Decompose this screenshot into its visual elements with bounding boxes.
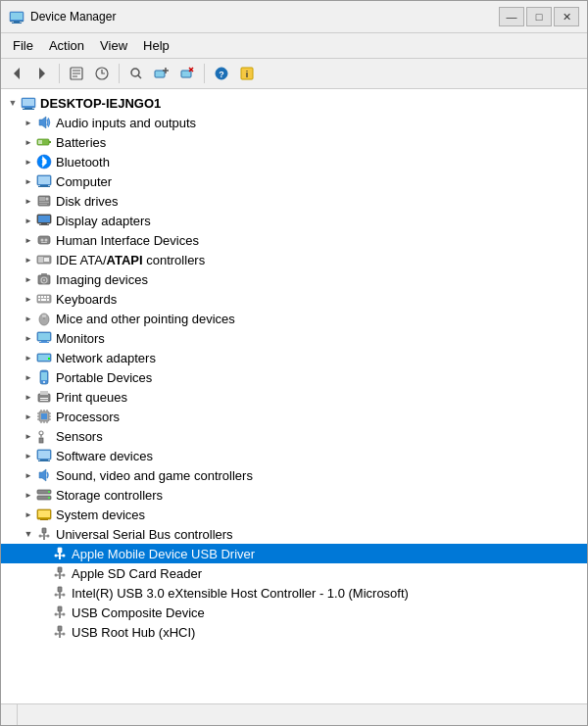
- icon-usb-apple-mobile: [52, 546, 68, 561]
- label-monitors: Monitors: [56, 331, 105, 346]
- tree-item-print[interactable]: ►Print queues: [1, 387, 587, 407]
- expander-sound[interactable]: ►: [21, 467, 36, 483]
- expander-portable[interactable]: ►: [21, 369, 36, 385]
- menu-help[interactable]: Help: [135, 35, 177, 56]
- svg-text:?: ?: [219, 70, 224, 79]
- tree-item-storage[interactable]: ►Storage controllers: [1, 485, 587, 505]
- label-mice: Mice and other pointing devices: [56, 312, 235, 326]
- expander-audio[interactable]: ►: [21, 115, 36, 130]
- uninstall-button[interactable]: [175, 62, 199, 85]
- expander-disk[interactable]: ►: [21, 193, 36, 209]
- svg-rect-38: [39, 197, 45, 201]
- scan-button[interactable]: [124, 62, 148, 85]
- expander-batteries[interactable]: ►: [21, 134, 36, 150]
- tree-item-display[interactable]: ►Display adapters: [1, 211, 587, 230]
- svg-rect-100: [38, 451, 50, 459]
- expander-usb-apple-mobile[interactable]: [36, 546, 52, 561]
- tree-item-mice[interactable]: ►Mice and other pointing devices: [1, 309, 587, 328]
- properties2-button[interactable]: i: [235, 62, 259, 85]
- tree-item-portable[interactable]: ►Portable Devices: [1, 367, 587, 387]
- menu-action[interactable]: Action: [41, 35, 92, 56]
- expander-hid[interactable]: ►: [21, 232, 36, 248]
- tree-item-sensors[interactable]: ►Sensors: [1, 426, 587, 446]
- label-usb-composite: USB Composite Device: [72, 605, 205, 620]
- expander-display[interactable]: ►: [21, 213, 36, 228]
- tree-item-usb-composite[interactable]: USB Composite Device: [1, 603, 587, 622]
- tree-item-bluetooth[interactable]: ►Bluetooth: [1, 152, 587, 171]
- svg-rect-52: [44, 258, 49, 262]
- icon-processors: [36, 409, 52, 424]
- tree-item-keyboards[interactable]: ►Keyboards: [1, 289, 587, 309]
- expander-usb-apple-sd[interactable]: [36, 565, 52, 581]
- expander-usb-intel[interactable]: [36, 585, 52, 601]
- expander-sensors[interactable]: ►: [21, 428, 36, 444]
- icon-network: [36, 350, 52, 365]
- add-hardware-button[interactable]: [150, 62, 173, 85]
- properties-button[interactable]: [65, 62, 88, 85]
- expander-mice[interactable]: ►: [21, 311, 36, 326]
- minimize-button[interactable]: —: [499, 7, 524, 26]
- menu-file[interactable]: File: [5, 35, 41, 56]
- forward-button[interactable]: [30, 62, 54, 85]
- tree-item-processors[interactable]: ►Processors: [1, 407, 587, 426]
- expander-storage[interactable]: ►: [21, 487, 36, 503]
- tree-root[interactable]: DESKTOP-IEJNGO1: [1, 93, 587, 113]
- expander-computer[interactable]: ►: [21, 173, 36, 189]
- expander-ide[interactable]: ►: [21, 252, 36, 267]
- label-software: Software devices: [56, 449, 153, 463]
- expander-imaging[interactable]: ►: [21, 271, 36, 287]
- svg-rect-58: [38, 296, 40, 298]
- expander-print[interactable]: ►: [21, 389, 36, 405]
- update-driver-button[interactable]: [90, 62, 114, 85]
- tree-item-sound[interactable]: ►Sound, video and game controllers: [1, 465, 587, 485]
- tree-item-network[interactable]: ►Network adapters: [1, 348, 587, 367]
- svg-point-130: [63, 594, 66, 597]
- tree-item-ide[interactable]: ►IDE ATA/ATAPI controllers: [1, 250, 587, 269]
- label-system: System devices: [56, 508, 145, 522]
- device-tree: DESKTOP-IEJNGO1 ►Audio inputs and output…: [1, 89, 587, 703]
- device-manager-window: Device Manager — □ ✕ File Action View He…: [0, 0, 588, 726]
- tree-item-audio[interactable]: ►Audio inputs and outputs: [1, 113, 587, 132]
- label-display: Display adapters: [56, 214, 151, 228]
- svg-rect-35: [40, 185, 48, 186]
- tree-item-computer[interactable]: ►Computer: [1, 171, 587, 191]
- root-expander[interactable]: [5, 95, 21, 111]
- svg-rect-101: [40, 460, 48, 460]
- menu-view[interactable]: View: [92, 35, 135, 56]
- expander-bluetooth[interactable]: ►: [21, 154, 36, 169]
- back-button[interactable]: [5, 62, 28, 85]
- expander-network[interactable]: ►: [21, 350, 36, 365]
- svg-rect-136: [58, 626, 62, 631]
- expander-processors[interactable]: ►: [21, 409, 36, 424]
- expander-usb[interactable]: ▼: [21, 526, 36, 542]
- tree-item-batteries[interactable]: ►Batteries: [1, 132, 587, 152]
- maximize-button[interactable]: □: [526, 7, 552, 26]
- expander-keyboards[interactable]: ►: [21, 291, 36, 307]
- svg-rect-43: [38, 216, 50, 222]
- expander-monitors[interactable]: ►: [21, 330, 36, 346]
- toolbar-sep-1: [59, 64, 60, 83]
- label-usb-root: USB Root Hub (xHCI): [72, 625, 195, 640]
- svg-rect-70: [41, 341, 47, 342]
- tree-item-software[interactable]: ►Software devices: [1, 446, 587, 465]
- tree-item-disk[interactable]: ►Disk drives: [1, 191, 587, 211]
- expander-usb-root[interactable]: [36, 624, 52, 640]
- expander-usb-composite[interactable]: [36, 605, 52, 620]
- tree-item-usb-intel[interactable]: Intel(R) USB 3.0 eXtensible Host Control…: [1, 583, 587, 603]
- svg-point-106: [48, 491, 50, 493]
- tree-item-monitors[interactable]: ►Monitors: [1, 328, 587, 348]
- tree-item-usb[interactable]: ▼Universal Serial Bus controllers: [1, 524, 587, 544]
- tree-item-usb-apple-sd[interactable]: Apple SD Card Reader: [1, 563, 587, 583]
- tree-item-imaging[interactable]: ►Imaging devices: [1, 269, 587, 289]
- tree-item-usb-apple-mobile[interactable]: Apple Mobile Device USB Driver: [1, 544, 587, 563]
- tree-item-hid[interactable]: ►Human Interface Devices: [1, 230, 587, 250]
- help-button[interactable]: ?: [210, 62, 233, 85]
- svg-rect-81: [40, 400, 48, 401]
- expander-system[interactable]: ►: [21, 507, 36, 522]
- close-button[interactable]: ✕: [554, 7, 579, 26]
- svg-point-47: [41, 239, 44, 242]
- expander-software[interactable]: ►: [21, 448, 36, 463]
- tree-item-system[interactable]: ►System devices: [1, 505, 587, 524]
- tree-item-usb-root[interactable]: USB Root Hub (xHCI): [1, 622, 587, 642]
- icon-print: [36, 389, 52, 405]
